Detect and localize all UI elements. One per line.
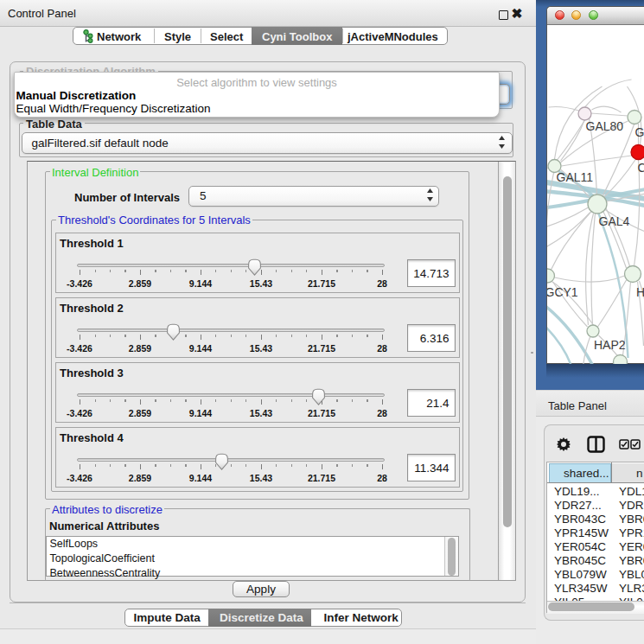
svg-text:C: C: [637, 161, 644, 175]
svg-text:HAP2: HAP2: [594, 338, 626, 352]
svg-text:H: H: [636, 285, 644, 299]
svg-text:GAL80: GAL80: [585, 119, 623, 133]
svg-text:GAL4: GAL4: [598, 214, 629, 228]
svg-text:GA: GA: [634, 125, 644, 139]
svg-text:GAL11: GAL11: [556, 170, 593, 184]
svg-text:GCY1: GCY1: [547, 285, 578, 299]
